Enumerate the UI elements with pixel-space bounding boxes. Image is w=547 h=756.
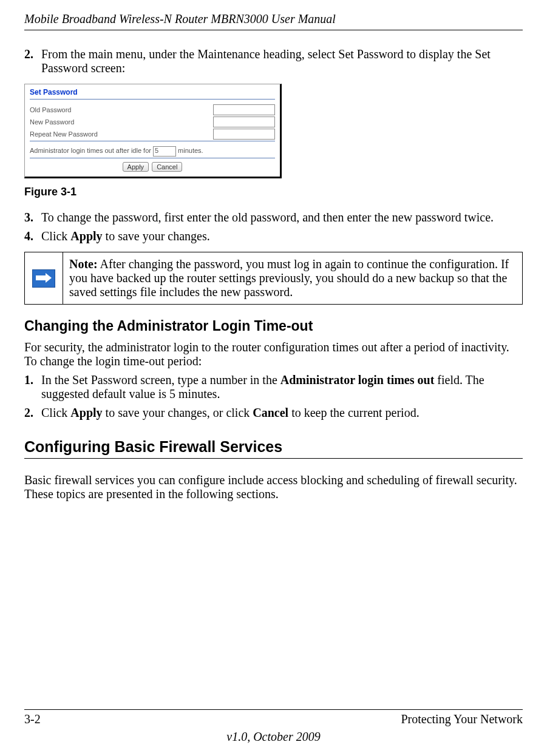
subheading-login-timeout: Changing the Administrator Login Time-ou… — [24, 318, 523, 334]
new-password-input[interactable] — [213, 116, 275, 127]
step-b2-num: 2. — [24, 406, 41, 420]
screenshot-divider-3 — [30, 158, 275, 158]
step-b2-text: Click Apply to save your changes, or cli… — [41, 406, 523, 420]
step-4-num: 4. — [24, 229, 41, 243]
page-footer: 3-2 Protecting Your Network v1.0, Octobe… — [24, 709, 523, 744]
timeout-input[interactable]: 5 — [153, 146, 176, 157]
section-heading-firewall: Configuring Basic Firewall Services — [24, 438, 523, 459]
note-arrow-icon — [32, 269, 55, 288]
section-paragraph: Basic firewall services you can configur… — [24, 473, 523, 501]
apply-button[interactable]: Apply — [123, 162, 149, 172]
step-3-num: 3. — [24, 211, 41, 224]
repeat-new-password-input[interactable] — [213, 129, 275, 140]
step-2-num: 2. — [24, 47, 41, 75]
step-2: 2. From the main menu, under the Mainten… — [24, 47, 523, 75]
set-password-screenshot: Set Password Old Password New Password R… — [24, 84, 282, 178]
note-text: Note: After changing the password, you m… — [63, 252, 522, 304]
screenshot-divider-2 — [30, 141, 275, 141]
note-icon-cell — [25, 252, 63, 304]
step-b1-text: In the Set Password screen, type a numbe… — [41, 373, 523, 401]
footer-topic: Protecting Your Network — [401, 712, 523, 726]
step-2-text: From the main menu, under the Maintenanc… — [41, 47, 523, 75]
timeout-text-b: minutes. — [178, 147, 203, 154]
step-4: 4. Click Apply to save your changes. — [24, 229, 523, 243]
footer-version: v1.0, October 2009 — [24, 730, 523, 744]
step-b1: 1. In the Set Password screen, type a nu… — [24, 373, 523, 401]
new-password-label: New Password — [30, 118, 74, 126]
figure-caption: Figure 3-1 — [24, 186, 523, 198]
step-b1-num: 1. — [24, 373, 41, 401]
repeat-new-password-label: Repeat New Password — [30, 130, 98, 138]
screenshot-divider — [30, 99, 275, 100]
cancel-button[interactable]: Cancel — [152, 162, 182, 172]
step-3-text: To change the password, first enter the … — [41, 211, 523, 224]
old-password-label: Old Password — [30, 106, 71, 113]
page-header: Mobile Broadband Wireless-N Router MBRN3… — [24, 12, 523, 30]
step-b2: 2. Click Apply to save your changes, or … — [24, 406, 523, 420]
figure-3-1-screenshot: Set Password Old Password New Password R… — [24, 84, 523, 178]
step-3: 3. To change the password, first enter t… — [24, 211, 523, 224]
screenshot-title: Set Password — [30, 88, 275, 96]
old-password-input[interactable] — [213, 104, 275, 115]
step-4-text: Click Apply to save your changes. — [41, 229, 523, 243]
sub-paragraph: For security, the administrator login to… — [24, 340, 523, 368]
note-box: Note: After changing the password, you m… — [24, 252, 523, 305]
footer-page-number: 3-2 — [24, 712, 41, 726]
timeout-text-a: Administrator login times out after idle… — [30, 147, 151, 154]
